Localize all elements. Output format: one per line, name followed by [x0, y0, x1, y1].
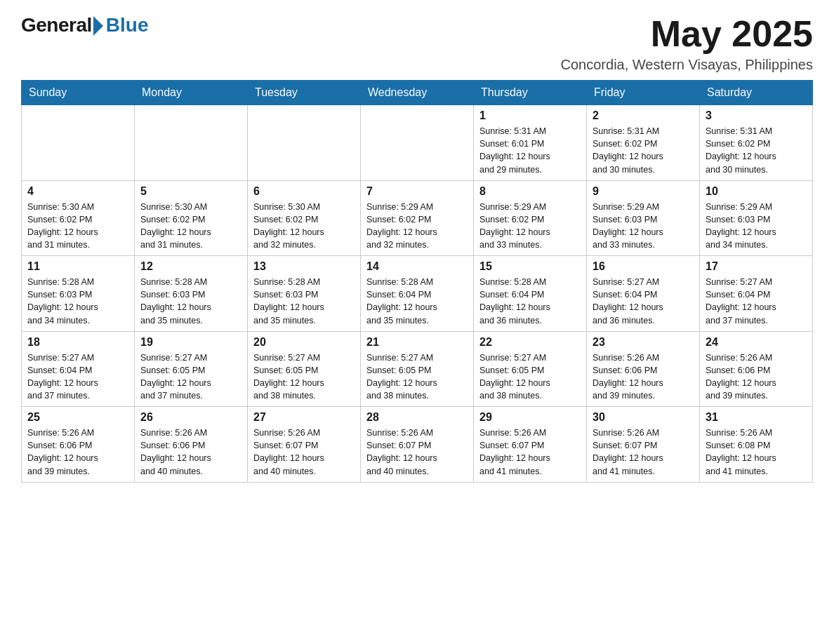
calendar-table: SundayMondayTuesdayWednesdayThursdayFrid… — [21, 80, 813, 483]
day-number: 21 — [366, 336, 468, 349]
day-info: Sunrise: 5:28 AMSunset: 6:03 PMDaylight:… — [140, 276, 241, 327]
day-number: 13 — [253, 260, 355, 273]
calendar-day-cell: 7Sunrise: 5:29 AMSunset: 6:02 PMDaylight… — [361, 180, 474, 256]
day-info: Sunrise: 5:30 AMSunset: 6:02 PMDaylight:… — [140, 201, 241, 252]
calendar-day-cell: 5Sunrise: 5:30 AMSunset: 6:02 PMDaylight… — [135, 180, 248, 256]
day-info: Sunrise: 5:27 AMSunset: 6:04 PMDaylight:… — [593, 276, 694, 327]
calendar-day-cell: 18Sunrise: 5:27 AMSunset: 6:04 PMDayligh… — [22, 331, 135, 407]
day-info: Sunrise: 5:27 AMSunset: 6:05 PMDaylight:… — [140, 351, 241, 403]
day-number: 14 — [366, 260, 468, 273]
calendar-day-cell: 6Sunrise: 5:30 AMSunset: 6:02 PMDaylight… — [248, 180, 361, 256]
calendar-day-cell: 9Sunrise: 5:29 AMSunset: 6:03 PMDaylight… — [587, 180, 700, 256]
calendar-day-cell: 28Sunrise: 5:26 AMSunset: 6:07 PMDayligh… — [361, 407, 474, 483]
day-info: Sunrise: 5:26 AMSunset: 6:07 PMDaylight:… — [253, 427, 355, 478]
calendar-day-cell: 1Sunrise: 5:31 AMSunset: 6:01 PMDaylight… — [474, 105, 587, 181]
day-info: Sunrise: 5:26 AMSunset: 6:06 PMDaylight:… — [140, 427, 241, 478]
calendar-day-cell: 10Sunrise: 5:29 AMSunset: 6:03 PMDayligh… — [700, 180, 813, 256]
calendar-day-cell — [22, 105, 135, 181]
calendar-day-cell: 23Sunrise: 5:26 AMSunset: 6:06 PMDayligh… — [587, 331, 700, 407]
calendar-day-cell: 31Sunrise: 5:26 AMSunset: 6:08 PMDayligh… — [700, 407, 813, 483]
day-number: 9 — [593, 185, 694, 198]
day-info: Sunrise: 5:31 AMSunset: 6:02 PMDaylight:… — [593, 125, 694, 176]
day-info: Sunrise: 5:28 AMSunset: 6:04 PMDaylight:… — [366, 276, 468, 327]
day-info: Sunrise: 5:26 AMSunset: 6:06 PMDaylight:… — [27, 427, 128, 478]
calendar-day-cell: 24Sunrise: 5:26 AMSunset: 6:06 PMDayligh… — [700, 331, 813, 407]
calendar-day-cell: 8Sunrise: 5:29 AMSunset: 6:02 PMDaylight… — [474, 180, 587, 256]
calendar-day-cell: 11Sunrise: 5:28 AMSunset: 6:03 PMDayligh… — [22, 256, 135, 332]
calendar-week-row: 1Sunrise: 5:31 AMSunset: 6:01 PMDaylight… — [22, 105, 813, 181]
day-number: 10 — [706, 185, 807, 198]
calendar-day-cell: 17Sunrise: 5:27 AMSunset: 6:04 PMDayligh… — [700, 256, 813, 332]
day-number: 15 — [479, 260, 581, 273]
day-number: 4 — [27, 185, 128, 198]
day-number: 24 — [706, 336, 807, 349]
day-info: Sunrise: 5:26 AMSunset: 6:07 PMDaylight:… — [593, 427, 694, 478]
day-info: Sunrise: 5:28 AMSunset: 6:03 PMDaylight:… — [253, 276, 355, 327]
day-number: 12 — [140, 260, 241, 273]
day-of-week-header: Monday — [135, 81, 248, 105]
day-info: Sunrise: 5:31 AMSunset: 6:01 PMDaylight:… — [479, 125, 581, 176]
calendar-day-cell: 16Sunrise: 5:27 AMSunset: 6:04 PMDayligh… — [587, 256, 700, 332]
calendar-header-row: SundayMondayTuesdayWednesdayThursdayFrid… — [22, 81, 813, 105]
day-info: Sunrise: 5:27 AMSunset: 6:04 PMDaylight:… — [706, 276, 807, 327]
day-number: 8 — [479, 185, 581, 198]
day-info: Sunrise: 5:29 AMSunset: 6:02 PMDaylight:… — [479, 201, 581, 252]
calendar-day-cell — [248, 105, 361, 181]
day-number: 6 — [253, 185, 355, 198]
page-header: General Blue May 2025 Concordia, Western… — [21, 14, 813, 73]
calendar-day-cell — [361, 105, 474, 181]
calendar-day-cell — [135, 105, 248, 181]
calendar-day-cell: 12Sunrise: 5:28 AMSunset: 6:03 PMDayligh… — [135, 256, 248, 332]
day-info: Sunrise: 5:26 AMSunset: 6:06 PMDaylight:… — [706, 351, 807, 403]
day-info: Sunrise: 5:29 AMSunset: 6:03 PMDaylight:… — [593, 201, 694, 252]
day-info: Sunrise: 5:30 AMSunset: 6:02 PMDaylight:… — [27, 201, 128, 252]
day-info: Sunrise: 5:26 AMSunset: 6:06 PMDaylight:… — [593, 351, 694, 403]
calendar-week-row: 18Sunrise: 5:27 AMSunset: 6:04 PMDayligh… — [22, 331, 813, 407]
calendar-day-cell: 29Sunrise: 5:26 AMSunset: 6:07 PMDayligh… — [474, 407, 587, 483]
location-subtitle: Concordia, Western Visayas, Philippines — [561, 57, 813, 73]
day-info: Sunrise: 5:27 AMSunset: 6:05 PMDaylight:… — [479, 351, 581, 403]
day-number: 1 — [479, 109, 581, 122]
calendar-day-cell: 20Sunrise: 5:27 AMSunset: 6:05 PMDayligh… — [248, 331, 361, 407]
day-of-week-header: Thursday — [474, 81, 587, 105]
calendar-day-cell: 13Sunrise: 5:28 AMSunset: 6:03 PMDayligh… — [248, 256, 361, 332]
day-number: 22 — [479, 336, 581, 349]
day-number: 29 — [479, 411, 581, 424]
day-number: 7 — [366, 185, 468, 198]
day-info: Sunrise: 5:27 AMSunset: 6:05 PMDaylight:… — [366, 351, 468, 403]
day-info: Sunrise: 5:26 AMSunset: 6:07 PMDaylight:… — [479, 427, 581, 478]
day-number: 27 — [253, 411, 355, 424]
day-info: Sunrise: 5:27 AMSunset: 6:04 PMDaylight:… — [27, 351, 128, 403]
month-year-title: May 2025 — [561, 14, 813, 54]
day-of-week-header: Friday — [587, 81, 700, 105]
day-number: 30 — [593, 411, 694, 424]
calendar-day-cell: 4Sunrise: 5:30 AMSunset: 6:02 PMDaylight… — [22, 180, 135, 256]
calendar-day-cell: 14Sunrise: 5:28 AMSunset: 6:04 PMDayligh… — [361, 256, 474, 332]
calendar-day-cell: 30Sunrise: 5:26 AMSunset: 6:07 PMDayligh… — [587, 407, 700, 483]
day-number: 16 — [593, 260, 694, 273]
day-of-week-header: Tuesday — [248, 81, 361, 105]
day-number: 20 — [253, 336, 355, 349]
calendar-week-row: 4Sunrise: 5:30 AMSunset: 6:02 PMDaylight… — [22, 180, 813, 256]
calendar-day-cell: 19Sunrise: 5:27 AMSunset: 6:05 PMDayligh… — [135, 331, 248, 407]
day-number: 17 — [706, 260, 807, 273]
calendar-day-cell: 15Sunrise: 5:28 AMSunset: 6:04 PMDayligh… — [474, 256, 587, 332]
day-of-week-header: Wednesday — [361, 81, 474, 105]
day-info: Sunrise: 5:31 AMSunset: 6:02 PMDaylight:… — [706, 125, 807, 176]
calendar-day-cell: 3Sunrise: 5:31 AMSunset: 6:02 PMDaylight… — [700, 105, 813, 181]
calendar-day-cell: 25Sunrise: 5:26 AMSunset: 6:06 PMDayligh… — [22, 407, 135, 483]
day-of-week-header: Saturday — [700, 81, 813, 105]
day-number: 26 — [140, 411, 241, 424]
day-number: 25 — [27, 411, 128, 424]
day-number: 31 — [706, 411, 807, 424]
logo-general-text: General — [21, 14, 92, 36]
day-info: Sunrise: 5:30 AMSunset: 6:02 PMDaylight:… — [253, 201, 355, 252]
calendar-week-row: 11Sunrise: 5:28 AMSunset: 6:03 PMDayligh… — [22, 256, 813, 332]
day-info: Sunrise: 5:29 AMSunset: 6:02 PMDaylight:… — [366, 201, 468, 252]
calendar-day-cell: 27Sunrise: 5:26 AMSunset: 6:07 PMDayligh… — [248, 407, 361, 483]
calendar-day-cell: 21Sunrise: 5:27 AMSunset: 6:05 PMDayligh… — [361, 331, 474, 407]
calendar-week-row: 25Sunrise: 5:26 AMSunset: 6:06 PMDayligh… — [22, 407, 813, 483]
day-number: 28 — [366, 411, 468, 424]
logo-triangle-icon — [93, 16, 103, 36]
calendar-day-cell: 26Sunrise: 5:26 AMSunset: 6:06 PMDayligh… — [135, 407, 248, 483]
